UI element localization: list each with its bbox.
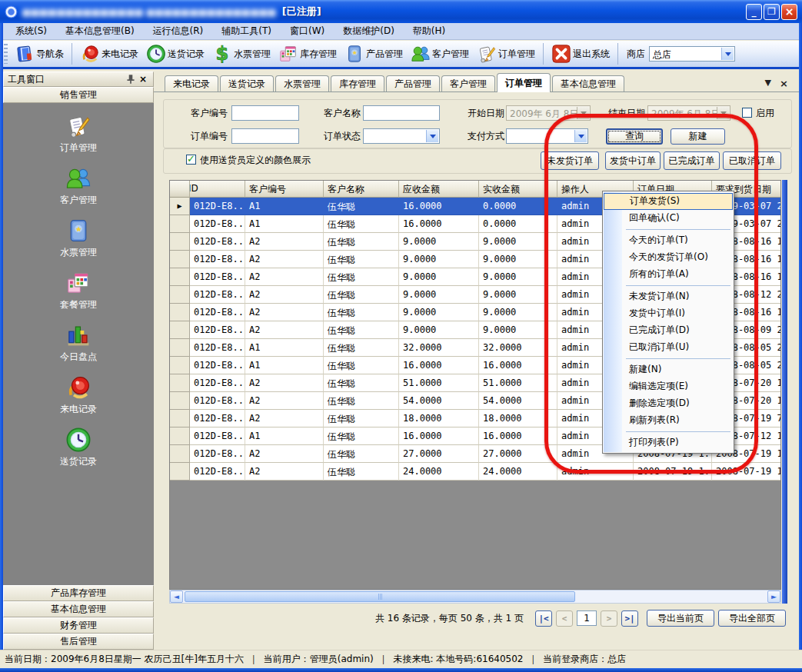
toolbar-button-8[interactable]: 退出系统 <box>547 42 614 65</box>
sidebar-section-3[interactable]: 售后管理 <box>3 634 154 650</box>
table-row[interactable]: 012D-E8...A2伍华聪24.000024.0000admin2008-0… <box>170 463 780 481</box>
order-no-input[interactable] <box>231 128 299 144</box>
column-header-2[interactable]: 客户编号 <box>245 181 324 198</box>
context-menu-item-10[interactable]: 已取消订单(U) <box>604 339 733 356</box>
context-menu-item-3[interactable]: 今天的订单(T) <box>604 232 733 249</box>
sidebar-close-icon[interactable]: × <box>137 74 149 85</box>
shop-select[interactable]: 总店 <box>649 46 735 62</box>
maximize-button[interactable]: ❐ <box>764 4 780 20</box>
sidebar-section-0[interactable]: 产品库存管理 <box>3 585 154 601</box>
toolbar-button-7[interactable]: 订单管理 <box>473 42 539 65</box>
pay-method-select[interactable] <box>506 128 588 144</box>
table-cell: 伍华聪 <box>324 410 399 427</box>
context-menu-item-17[interactable]: 打印列表(P) <box>604 434 733 451</box>
scroll-right-icon[interactable]: ► <box>767 590 780 603</box>
start-date-picker[interactable]: 2009年 6月 8日 <box>506 105 591 121</box>
sidebar-item-1[interactable]: 客户管理 <box>60 165 97 207</box>
table-cell: 54.0000 <box>399 392 479 410</box>
context-menu-item-7[interactable]: 未发货订单(N) <box>604 288 733 305</box>
tab-close-icon[interactable]: × <box>780 78 788 89</box>
menu-item-0[interactable]: 系统(S) <box>6 23 56 39</box>
context-menu-item-4[interactable]: 今天的发货订单(O) <box>604 249 733 266</box>
status-button-shipping[interactable]: 发货中订单 <box>605 151 661 170</box>
sidebar-item-5[interactable]: 来电记录 <box>60 374 97 416</box>
column-header-0[interactable] <box>170 181 190 198</box>
query-button[interactable]: 查询 <box>606 128 663 145</box>
tab-2[interactable]: 水票管理 <box>275 75 329 91</box>
color-display-checkbox[interactable] <box>186 155 196 165</box>
tab-list-chevron-down-icon[interactable]: ▼ <box>765 78 771 88</box>
page-number-input[interactable]: 1 <box>577 610 597 626</box>
end-date-picker[interactable]: 2009年 6月 8日 <box>647 105 730 121</box>
context-menu-item-1[interactable]: 回单确认(C) <box>604 210 733 227</box>
next-page-button[interactable]: > <box>601 610 617 627</box>
order-status-select[interactable] <box>363 128 440 144</box>
menu-item-6[interactable]: 帮助(H) <box>404 23 454 39</box>
menu-item-3[interactable]: 辅助工具(T) <box>212 23 281 39</box>
last-page-button[interactable]: >| <box>621 610 638 627</box>
tab-1[interactable]: 送货记录 <box>220 75 274 91</box>
table-cell: 32.0000 <box>479 339 557 357</box>
context-menu-item-8[interactable]: 发货中订单(I) <box>604 305 733 322</box>
sidebar-section-sales[interactable]: 销售管理 <box>3 87 154 103</box>
scrollbar-thumb[interactable] <box>185 591 575 602</box>
tab-7[interactable]: 基本信息管理 <box>552 75 624 91</box>
toolbar-button-2[interactable]: 送货记录 <box>142 42 208 65</box>
context-menu-item-14[interactable]: 删除选定项(D) <box>604 395 733 412</box>
column-header-3[interactable]: 客户名称 <box>324 181 399 198</box>
toolbar-button-0[interactable]: 导航条 <box>11 42 68 65</box>
context-menu-item-15[interactable]: 刷新列表(R) <box>604 412 733 429</box>
pin-icon[interactable] <box>125 73 137 85</box>
customer-no-input[interactable] <box>231 105 299 121</box>
toolbar-button-1[interactable]: 来电记录 <box>76 42 142 65</box>
toolbar-button-6[interactable]: 客户管理 <box>407 42 473 65</box>
menu-item-1[interactable]: 基本信息管理(B) <box>56 23 144 39</box>
tab-4[interactable]: 产品管理 <box>386 75 440 91</box>
product-book-icon <box>344 44 364 64</box>
prev-page-button[interactable]: < <box>556 610 573 627</box>
context-menu-item-13[interactable]: 编辑选定项(E) <box>604 378 733 395</box>
scroll-left-icon[interactable]: ◄ <box>170 590 183 603</box>
menu-item-2[interactable]: 运行信息(R) <box>144 23 213 39</box>
status-button-cancelled[interactable]: 已取消订单 <box>723 151 781 170</box>
tab-3[interactable]: 库存管理 <box>331 75 384 91</box>
customer-name-input[interactable] <box>363 105 440 121</box>
context-menu-separator <box>604 227 733 232</box>
context-menu-item-0[interactable]: 订单发货(S) <box>604 193 733 210</box>
toolbar-button-4[interactable]: 库存管理 <box>275 42 341 65</box>
sidebar-item-6[interactable]: 送货记录 <box>60 427 97 468</box>
toolbar-button-label: 退出系统 <box>573 48 610 61</box>
sidebar-section-2[interactable]: 财务管理 <box>3 617 154 634</box>
toolbar-button-5[interactable]: 产品管理 <box>341 42 407 65</box>
export-all-pages-button[interactable]: 导出全部页 <box>718 610 786 627</box>
sidebar-item-4[interactable]: 今日盘点 <box>60 322 97 364</box>
context-menu-item-9[interactable]: 已完成订单(D) <box>604 322 733 339</box>
column-header-4[interactable]: 应收金额 <box>399 181 479 198</box>
sidebar-item-2[interactable]: 水票管理 <box>60 218 97 259</box>
minimize-button[interactable]: _ <box>746 4 762 20</box>
table-cell: 24.0000 <box>479 463 557 481</box>
status-button-completed[interactable]: 已完成订单 <box>664 151 720 170</box>
tab-0[interactable]: 来电记录 <box>165 75 218 91</box>
new-button[interactable]: 新建 <box>671 128 725 145</box>
order-status-chevron-down-icon <box>426 130 438 142</box>
horizontal-scrollbar[interactable]: ◄ ► <box>169 590 781 604</box>
context-menu-item-5[interactable]: 所有的订单(A) <box>604 266 733 283</box>
column-header-1[interactable]: ID <box>190 181 245 198</box>
menu-item-4[interactable]: 窗口(W) <box>281 23 334 39</box>
toolbar-button-3[interactable]: $水票管理 <box>208 42 275 65</box>
column-header-5[interactable]: 实收金额 <box>479 181 557 198</box>
menu-item-5[interactable]: 数据维护(D) <box>334 23 404 39</box>
record-summary: 共 16 条记录，每页 50 条，共 1 页 <box>375 612 524 625</box>
status-button-unshipped[interactable]: 未发货订单 <box>541 151 599 170</box>
tab-6[interactable]: 订单管理 <box>497 73 551 92</box>
sidebar-item-0[interactable]: 订单管理 <box>60 113 97 155</box>
close-button[interactable]: × <box>781 4 797 20</box>
sidebar-item-3[interactable]: 套餐管理 <box>60 270 97 311</box>
sidebar-section-1[interactable]: 基本信息管理 <box>3 601 154 617</box>
context-menu-item-12[interactable]: 新建(N) <box>604 361 733 378</box>
first-page-button[interactable]: |< <box>535 610 552 627</box>
export-current-page-button[interactable]: 导出当前页 <box>647 610 714 627</box>
enable-checkbox[interactable] <box>742 108 752 118</box>
tab-5[interactable]: 客户管理 <box>441 75 495 91</box>
